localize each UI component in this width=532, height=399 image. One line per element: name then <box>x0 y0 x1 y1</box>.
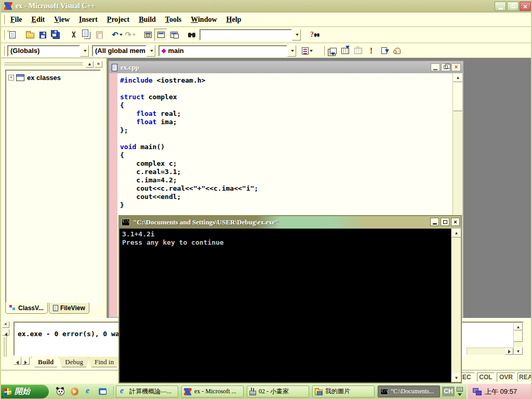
scope-combobox[interactable]: (Globals) <box>7 45 89 57</box>
language-bar[interactable]: CH <box>442 387 463 396</box>
keyboard-layout-icon[interactable] <box>457 387 463 392</box>
console-minimize-button[interactable] <box>430 218 439 226</box>
scroll-thumb[interactable] <box>453 82 462 111</box>
taskbar-button[interactable]: 計算機概論—... <box>116 385 178 397</box>
workspace-collapse-button[interactable]: ▲ <box>86 61 94 68</box>
stop-build-button[interactable] <box>352 45 365 57</box>
scroll-down-button[interactable]: ▼ <box>514 347 523 355</box>
chevron-down-icon[interactable] <box>458 393 462 396</box>
menu-item-edit[interactable]: Edit <box>27 12 50 27</box>
wizard-action-button[interactable] <box>298 45 316 57</box>
taskbar-button[interactable]: ex - Microsoft ... <box>181 385 244 397</box>
scroll-down-button[interactable]: ▼ <box>451 374 461 382</box>
members-combobox[interactable]: (All global members <box>92 45 155 57</box>
save-button[interactable] <box>36 29 49 41</box>
menu-item-file[interactable]: File <box>6 12 27 27</box>
output-dock-button[interactable] <box>2 329 9 336</box>
toolbar-grip[interactable] <box>3 46 5 56</box>
open-button[interactable] <box>23 29 36 41</box>
taskbar-button[interactable]: 我的圖片 <box>312 385 375 397</box>
workspace-toggle-button[interactable] <box>141 29 154 41</box>
find-dropdown-button[interactable] <box>292 29 301 41</box>
editor-close-button[interactable]: × <box>451 63 461 71</box>
menu-item-tools[interactable]: Tools <box>161 12 186 27</box>
taskbar-button[interactable]: "C:\Documents... <box>378 385 440 397</box>
output-tab-findin[interactable]: Find in <box>88 357 121 367</box>
execute-button[interactable]: ! <box>365 45 378 57</box>
scroll-right-button[interactable] <box>505 348 513 355</box>
menu-item-view[interactable]: View <box>49 12 74 27</box>
editor-maximize-button[interactable] <box>441 63 450 71</box>
compile-button[interactable] <box>326 45 339 57</box>
tabs-scroll-left-button[interactable] <box>14 357 21 365</box>
function-field[interactable]: ◆main <box>158 45 287 57</box>
tree-expand-icon[interactable]: + <box>8 75 14 81</box>
copy-button[interactable] <box>80 29 93 41</box>
save-all-button[interactable] <box>49 29 62 41</box>
editor-title-bar[interactable]: ex.cpp × <box>110 62 462 73</box>
scope-value[interactable]: (Globals) <box>7 45 80 57</box>
code-area[interactable]: #include <iostream.h> struct complex{ fl… <box>120 76 451 209</box>
find-button[interactable] <box>185 29 198 41</box>
taskbar-button[interactable]: 02 - 小畫家 <box>247 385 309 397</box>
console-vertical-scrollbar[interactable]: ▲ ▼ <box>451 229 461 382</box>
menu-grip[interactable] <box>3 15 5 24</box>
console-output[interactable]: 3.1+4.2iPress any key to continue ▲ ▼ <box>119 229 461 382</box>
workspace-close-button[interactable]: × <box>95 61 102 68</box>
minimize-button[interactable] <box>495 2 506 11</box>
menu-item-build[interactable]: Build <box>134 12 161 27</box>
function-combobox[interactable]: ◆main <box>158 45 296 57</box>
search-help-button[interactable]: ? <box>307 29 320 41</box>
output-close-button[interactable]: × <box>2 321 9 328</box>
console-title-bar[interactable]: "C:\Documents and Settings\USER\Debug\ex… <box>119 216 461 229</box>
scope-dropdown-button[interactable] <box>80 45 89 57</box>
quicklaunch-internet-explorer-icon[interactable] <box>83 387 94 397</box>
function-dropdown-button[interactable] <box>287 45 296 57</box>
redo-button[interactable]: ↷ <box>124 29 137 41</box>
console-maximize-button[interactable] <box>441 218 449 226</box>
output-toggle-button[interactable] <box>154 29 167 41</box>
menu-item-project[interactable]: Project <box>102 12 134 27</box>
output-vertical-scrollbar[interactable]: ▲ ▼ <box>513 323 523 355</box>
taskbar-clock[interactable]: 上午 09:57 <box>485 387 517 396</box>
output-grip[interactable] <box>4 337 7 357</box>
network-tray-icon[interactable] <box>473 388 481 395</box>
scroll-up-button[interactable]: ▲ <box>514 323 523 330</box>
breakpoint-button[interactable] <box>391 45 404 57</box>
classview-tree[interactable]: + ex classes <box>5 70 101 304</box>
members-dropdown-button[interactable] <box>147 45 155 57</box>
menu-item-insert[interactable]: Insert <box>74 12 102 27</box>
workspace-grip[interactable] <box>4 62 83 65</box>
menu-item-help[interactable]: Help <box>222 12 246 27</box>
build-button[interactable] <box>339 45 352 57</box>
quicklaunch-outlook-express-icon[interactable] <box>97 387 108 397</box>
cut-button[interactable] <box>67 29 80 41</box>
find-input[interactable] <box>200 29 292 41</box>
window-list-button[interactable] <box>167 29 180 41</box>
find-combobox[interactable] <box>200 29 301 41</box>
go-debug-button[interactable] <box>378 45 391 57</box>
scroll-up-button[interactable]: ▲ <box>451 229 461 237</box>
workspace-tab-classv[interactable]: ClassV... <box>5 302 48 314</box>
tree-root-row[interactable]: + ex classes <box>8 74 98 82</box>
quicklaunch-mascot-icon[interactable] <box>55 387 65 397</box>
output-tab-build[interactable]: Build <box>31 357 60 367</box>
editor-minimize-button[interactable] <box>431 63 440 71</box>
toolbar-grip[interactable] <box>323 46 325 56</box>
workspace-tab-fileview[interactable]: FileView <box>49 302 89 314</box>
quicklaunch-media-player-icon[interactable] <box>69 387 79 397</box>
console-close-button[interactable]: × <box>451 218 460 226</box>
language-indicator[interactable]: CH <box>442 387 455 396</box>
members-value[interactable]: (All global members <box>92 45 147 57</box>
scroll-thumb[interactable] <box>514 330 523 342</box>
start-button[interactable]: 開始 <box>0 384 49 398</box>
restore-button[interactable] <box>507 2 518 11</box>
toolbar-grip[interactable] <box>3 30 5 39</box>
scroll-up-button[interactable]: ▲ <box>453 73 462 82</box>
undo-button[interactable]: ↶ <box>111 29 124 41</box>
paste-button[interactable] <box>93 29 106 41</box>
close-button[interactable]: × <box>520 2 531 11</box>
output-tab-debug[interactable]: Debug <box>58 357 90 367</box>
new-file-button[interactable] <box>6 29 19 41</box>
output-horizontal-scrollbar[interactable] <box>467 348 513 355</box>
